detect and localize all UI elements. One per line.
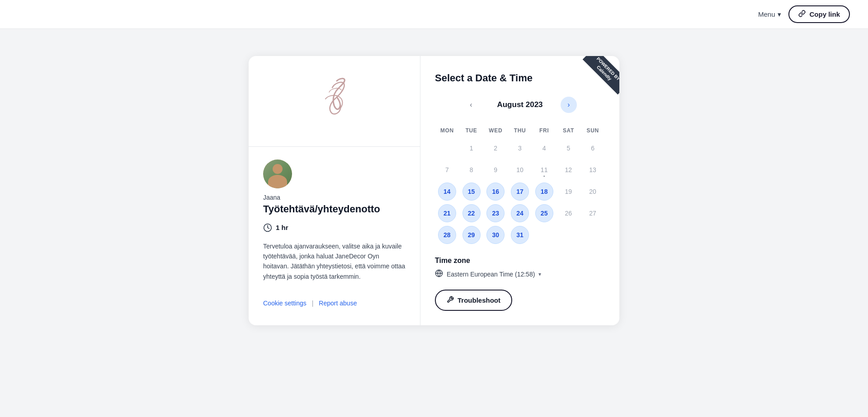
calendar-cell: 14 [435,181,459,202]
calendar-day: 5 [559,139,577,157]
calendar-cell: 23 [483,202,508,224]
calendar-day: 9 [486,161,505,179]
troubleshoot-button[interactable]: Troubleshoot [435,290,512,311]
duration-row: 1 hr [263,223,406,232]
powered-by-text: POWERED BY Calendly [583,56,619,94]
link-icon [798,10,806,19]
available-day[interactable]: 28 [438,226,456,244]
calendar-day: 11 [535,161,553,179]
available-day[interactable]: 21 [438,204,456,222]
calendar-day: 4 [535,139,553,157]
calendar-day: 12 [559,161,577,179]
col-thu: THU [508,124,532,137]
calendar-day: 13 [584,161,602,179]
col-mon: MON [435,124,459,137]
left-panel: Jaana Työtehtävä/yhteydenotto 1 hr Terve… [249,56,420,325]
calendar-cell: 15 [459,181,484,202]
calendar-cell: 31 [508,224,532,246]
calendar-cell: 17 [508,181,532,202]
calendar-cell: 25 [532,202,557,224]
calendar-cell: 10 [508,159,532,181]
troubleshoot-label: Troubleshoot [458,296,500,304]
clock-icon [263,223,272,232]
brand-logo [312,74,357,128]
chevron-down-icon: ▾ [778,10,781,19]
available-day[interactable]: 22 [462,204,481,222]
timezone-chevron-icon: ▾ [538,271,541,277]
menu-label: Menu [758,10,775,18]
calendar-cell: 26 [557,202,581,224]
event-title: Työtehtävä/yhteydenotto [263,203,406,216]
event-description: Tervetuloa ajanvaraukseen, valitse aika … [263,241,406,282]
avatar [263,159,292,188]
available-day[interactable]: 23 [486,204,505,222]
cookie-settings-link[interactable]: Cookie settings [263,300,307,307]
calendar-cell: 29 [459,224,484,246]
available-day[interactable]: 31 [511,226,529,244]
copy-link-button[interactable]: Copy link [788,5,850,23]
calendar-cell [532,224,557,246]
available-day[interactable]: 29 [462,226,481,244]
logo-area [249,56,420,147]
calendar-week-2: 78910111213 [435,159,605,181]
calendar-cell: 16 [483,181,508,202]
menu-button[interactable]: Menu ▾ [758,10,782,19]
calendar-cell: 8 [459,159,484,181]
calendar-cell: 28 [435,224,459,246]
calendar-cell: 12 [557,159,581,181]
available-day[interactable]: 16 [486,183,505,201]
col-sun: SUN [580,124,605,137]
timezone-label: Time zone [435,257,605,265]
available-day[interactable]: 24 [511,204,529,222]
wrench-icon [447,296,454,305]
col-sat: SAT [557,124,581,137]
timezone-section: Time zone Eastern European Time (12:58) … [435,257,605,279]
calendar-cell: 2 [483,137,508,159]
available-day[interactable]: 14 [438,183,456,201]
calendar-week-5: 28293031 [435,224,605,246]
calendar-cell [435,137,459,159]
calendar-cell: 19 [557,181,581,202]
calendar-day: 6 [584,139,602,157]
available-day[interactable]: 15 [462,183,481,201]
calendar-cell: 11 [532,159,557,181]
footer-separator: | [312,300,314,307]
calendar-day: 19 [559,183,577,201]
calendar-day: 2 [486,139,505,157]
calendar-day: 27 [584,204,602,222]
available-day[interactable]: 17 [511,183,529,201]
calendar-cell: 18 [532,181,557,202]
profile-area: Jaana Työtehtävä/yhteydenotto 1 hr Terve… [249,147,420,325]
calendar-cell: 21 [435,202,459,224]
available-day[interactable]: 25 [535,204,553,222]
calendar-cell: 7 [435,159,459,181]
calendar-grid: MON TUE WED THU FRI SAT SUN 123456789101… [435,124,605,246]
right-panel: POWERED BY Calendly Select a Date & Time… [420,56,619,325]
calendar-cell: 24 [508,202,532,224]
available-day[interactable]: 30 [486,226,505,244]
powered-by-badge: POWERED BY Calendly [574,56,619,101]
calendar-cell: 30 [483,224,508,246]
calendar-day: 1 [462,139,481,157]
col-tue: TUE [459,124,484,137]
calendar-cell: 13 [580,159,605,181]
calendar-cell: 1 [459,137,484,159]
calendar-cell: 27 [580,202,605,224]
calendar-cell [557,224,581,246]
report-abuse-link[interactable]: Report abuse [319,300,357,307]
globe-icon [435,269,443,279]
host-name: Jaana [263,194,406,201]
duration-value: 1 hr [276,224,288,231]
available-day[interactable]: 18 [535,183,553,201]
calendar-cell: 6 [580,137,605,159]
calendar-cell [580,224,605,246]
calendar-cell: 9 [483,159,508,181]
prev-month-button[interactable]: ‹ [463,97,479,113]
calendar-cell: 20 [580,181,605,202]
calendar-week-3: 14151617181920 [435,181,605,202]
copy-link-label: Copy link [809,10,840,18]
calendar-week-1: 123456 [435,137,605,159]
timezone-row[interactable]: Eastern European Time (12:58) ▾ [435,269,605,279]
calendar-day: 10 [511,161,529,179]
calendar-day: 3 [511,139,529,157]
